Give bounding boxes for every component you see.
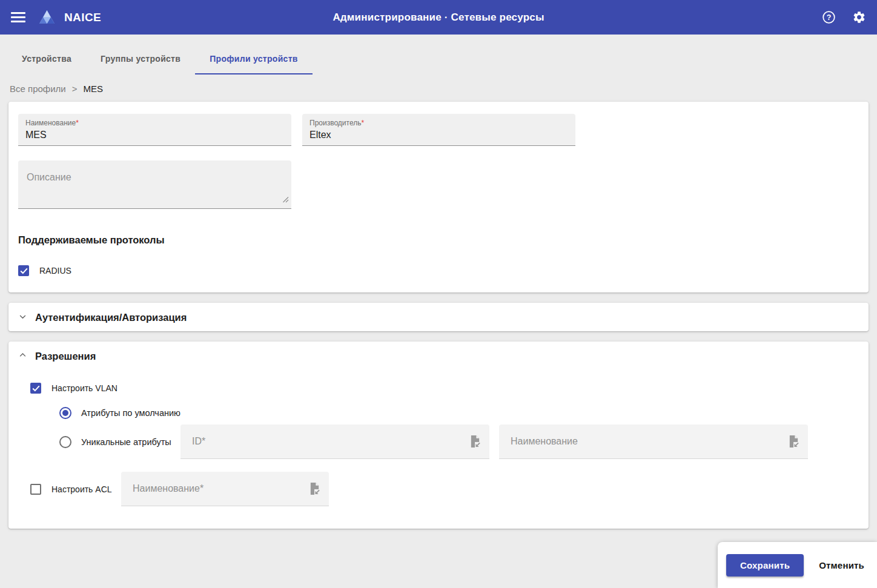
tab-device-profiles[interactable]: Профили устройств	[195, 45, 313, 74]
description-field	[18, 160, 291, 209]
default-attributes-label: Атрибуты по умолчанию	[81, 408, 180, 418]
action-panel: Сохранить Отменить	[718, 542, 877, 588]
acl-checkbox[interactable]	[30, 484, 41, 495]
unique-attributes-radio[interactable]	[59, 436, 71, 448]
document-insert-icon[interactable]	[309, 482, 320, 495]
required-asterisk: *	[76, 119, 79, 127]
unique-attributes-row: Уникальные атрибуты	[59, 424, 859, 459]
default-attributes-row: Атрибуты по умолчанию	[59, 407, 859, 419]
required-asterisk: *	[361, 119, 364, 127]
document-insert-icon[interactable]	[469, 435, 481, 448]
vlan-checkbox[interactable]	[30, 383, 41, 394]
name-field: Наименование*	[18, 114, 291, 146]
vendor-field: Производитель*	[302, 114, 575, 146]
logo-icon	[39, 10, 55, 25]
cancel-button[interactable]: Отменить	[815, 560, 868, 571]
radius-checkbox-label: RADIUS	[39, 266, 71, 276]
gear-icon[interactable]	[852, 10, 866, 24]
profile-form-card: Наименование* Производитель* Поддерживае…	[8, 102, 869, 292]
vlan-id-input[interactable]	[191, 435, 463, 448]
auth-section-card: Аутентификация/Авторизация	[8, 303, 869, 331]
protocols-heading: Поддерживаемые протоколы	[18, 234, 859, 246]
unique-attributes-label: Уникальные атрибуты	[81, 437, 171, 447]
acl-name-field	[121, 472, 329, 506]
acl-name-input[interactable]	[131, 483, 303, 495]
app-bar: NAICE Администрирование · Сетевые ресурс…	[0, 0, 877, 35]
brand-name: NAICE	[64, 11, 101, 24]
description-textarea[interactable]	[18, 160, 291, 208]
permissions-section-header[interactable]: Разрешения	[8, 342, 869, 370]
breadcrumb-separator: >	[72, 84, 78, 94]
tab-devices[interactable]: Устройства	[7, 45, 86, 74]
vlan-checkbox-row: Настроить VLAN	[30, 383, 859, 394]
auth-section-header[interactable]: Аутентификация/Авторизация	[8, 303, 869, 331]
svg-text:?: ?	[827, 13, 832, 22]
breadcrumb-all-profiles[interactable]: Все профили	[10, 84, 66, 94]
vendor-field-label: Производитель	[309, 119, 361, 127]
radius-checkbox[interactable]	[18, 265, 29, 276]
default-attributes-radio[interactable]	[59, 407, 71, 419]
menu-icon[interactable]	[11, 12, 25, 22]
page-title: Администрирование · Сетевые ресурсы	[0, 12, 877, 24]
save-button[interactable]: Сохранить	[726, 554, 804, 576]
vlan-name-field	[499, 424, 808, 459]
chevron-down-icon	[18, 312, 27, 323]
permissions-section-title: Разрешения	[35, 351, 96, 362]
help-icon[interactable]: ?	[822, 10, 836, 24]
name-field-label: Наименование	[25, 119, 76, 127]
chevron-up-icon	[18, 351, 27, 362]
vlan-name-input[interactable]	[509, 435, 782, 448]
tab-device-groups[interactable]: Группы устройств	[86, 45, 195, 74]
tab-bar: Устройства Группы устройств Профили устр…	[0, 35, 877, 74]
vlan-id-field	[180, 424, 489, 459]
vendor-input[interactable]	[309, 127, 568, 142]
acl-checkbox-label: Настроить ACL	[51, 484, 112, 494]
acl-row: Настроить ACL	[30, 472, 859, 506]
document-insert-icon[interactable]	[788, 435, 799, 448]
auth-section-title: Аутентификация/Авторизация	[35, 312, 187, 323]
permissions-section-card: Разрешения Настроить VLAN Атрибуты по ум…	[8, 342, 869, 529]
breadcrumb: Все профили > MES	[10, 84, 867, 94]
name-input[interactable]	[25, 127, 284, 142]
breadcrumb-current: MES	[83, 84, 103, 94]
radius-checkbox-row: RADIUS	[18, 265, 859, 276]
vlan-checkbox-label: Настроить VLAN	[51, 383, 117, 393]
